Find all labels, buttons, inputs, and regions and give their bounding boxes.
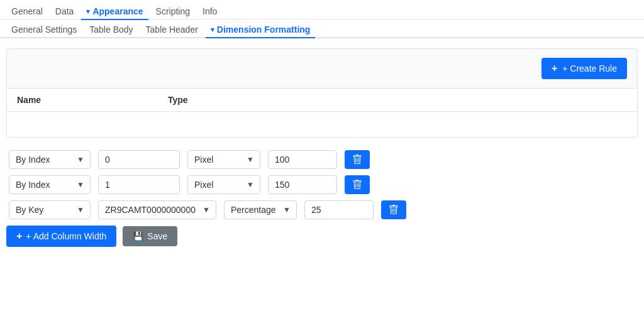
key-select-2[interactable]: ZR9CAMT0000000000 [98, 200, 216, 219]
type-wrapper-0: Pixel Percentage ▼ [187, 150, 260, 169]
sub-tab-general-settings[interactable]: General Settings [6, 22, 82, 37]
selector-wrapper-1: By Index By Key ▼ [9, 175, 91, 194]
table-body-empty [7, 112, 637, 137]
delete-button-2[interactable] [381, 200, 406, 219]
type-select-1[interactable]: Pixel Percentage [187, 175, 260, 194]
table-row: By Index By Key ▼ ZR9CAMT0000000000 ▼ Pi… [9, 200, 635, 219]
type-select-2[interactable]: Pixel Percentage [224, 200, 297, 219]
delete-button-0[interactable] [345, 150, 370, 169]
size-input-1[interactable] [268, 175, 337, 194]
size-input-2[interactable] [304, 200, 374, 219]
sub-tab-dimension-formatting[interactable]: ▾ Dimension Formatting [206, 22, 316, 38]
delete-button-1[interactable] [345, 175, 370, 194]
tab-appearance[interactable]: ▾ Appearance [81, 4, 148, 20]
sub-tab-table-header[interactable]: Table Header [141, 22, 203, 37]
index-select-1[interactable]: By Index By Key [9, 175, 91, 194]
index-select-2[interactable]: By Index By Key [9, 200, 91, 219]
type-wrapper-1: Pixel Percentage ▼ [187, 175, 260, 194]
size-input-0[interactable] [268, 150, 337, 169]
trash-icon-2 [389, 205, 399, 215]
table-row: By Index By Key ▼ Pixel Percentage ▼ [9, 175, 635, 194]
rule-panel-top: + + Create Rule [7, 49, 637, 88]
save-button[interactable]: 💾 Save [123, 226, 177, 246]
index-input-0[interactable] [98, 150, 180, 169]
trash-icon-0 [352, 155, 362, 165]
create-rule-button[interactable]: + + Create Rule [541, 58, 627, 79]
col-name-header: Name [17, 95, 168, 105]
index-input-1[interactable] [98, 175, 180, 194]
dropdown-arrow-dimension: ▾ [211, 26, 214, 34]
table-row: By Index By Key ▼ Pixel Percentage ▼ [9, 150, 635, 169]
action-buttons: + + Add Column Width 💾 Save [6, 226, 638, 247]
key-wrapper-2: ZR9CAMT0000000000 ▼ [98, 200, 216, 219]
table-header: Name Type [7, 88, 637, 112]
add-column-width-button[interactable]: + + Add Column Width [6, 226, 116, 247]
type-wrapper-2: Pixel Percentage ▼ [224, 200, 297, 219]
selector-wrapper-0: By Index By Key ▼ [9, 150, 91, 169]
column-width-rows: By Index By Key ▼ Pixel Percentage ▼ [6, 150, 638, 219]
dropdown-arrow-appearance: ▾ [86, 8, 90, 16]
type-select-0[interactable]: Pixel Percentage [187, 150, 260, 169]
selector-wrapper-2: By Index By Key ▼ [9, 200, 91, 219]
trash-icon-1 [352, 180, 362, 190]
tab-data[interactable]: Data [50, 4, 79, 19]
col-type-header: Type [168, 95, 627, 105]
tab-info[interactable]: Info [197, 4, 222, 19]
tab-general[interactable]: General [6, 4, 48, 19]
index-select-0[interactable]: By Index By Key [9, 150, 91, 169]
sub-tab-table-body[interactable]: Table Body [84, 22, 138, 37]
plus-icon-add: + [16, 231, 22, 242]
plus-icon: + [552, 63, 557, 74]
tab-scripting[interactable]: Scripting [151, 4, 195, 19]
floppy-disk-icon: 💾 [133, 231, 143, 241]
